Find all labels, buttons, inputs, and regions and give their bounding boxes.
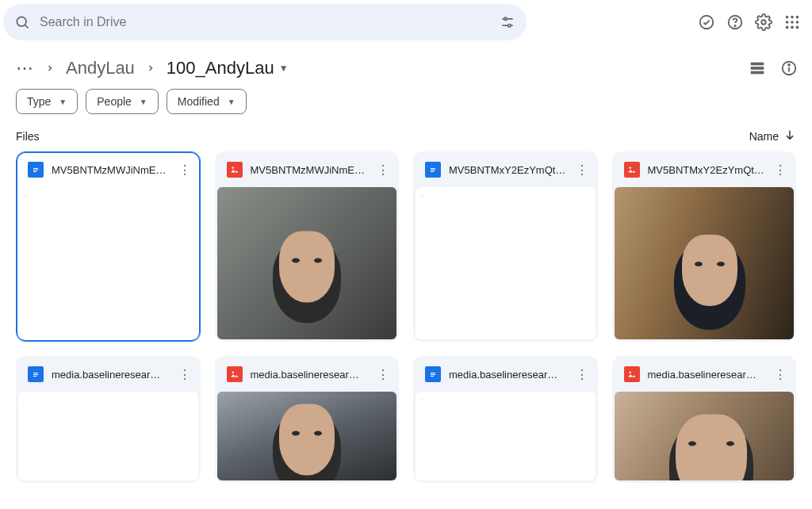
svg-point-16	[786, 26, 789, 29]
breadcrumb-parent[interactable]: AndyLau	[66, 58, 135, 78]
search-options-icon[interactable]	[500, 14, 515, 30]
svg-point-33	[629, 167, 630, 169]
svg-rect-40	[431, 376, 434, 377]
chevron-right-icon	[146, 63, 155, 73]
file-thumbnail: …	[416, 187, 596, 339]
svg-rect-28	[33, 171, 36, 172]
image-icon	[624, 366, 640, 382]
svg-point-41	[629, 372, 630, 373]
svg-point-18	[796, 26, 799, 29]
file-card[interactable]: MV5BNTMzMWJiNmE…⋮…	[16, 151, 201, 342]
filter-modified-label: Modified	[178, 95, 220, 108]
layout-toggle-icon[interactable]	[749, 59, 766, 77]
file-card[interactable]: media.baselineresear…⋮…	[413, 356, 598, 483]
svg-line-1	[25, 25, 29, 29]
filter-modified[interactable]: Modified ▼	[167, 89, 247, 114]
file-thumbnail: …	[18, 187, 198, 339]
file-name: MV5BNTMxY2EzYmQt…	[449, 164, 567, 176]
file-card[interactable]: media.baselineresear…⋮…	[16, 356, 201, 483]
file-thumbnail: …	[416, 392, 596, 480]
svg-rect-19	[751, 63, 764, 66]
file-card[interactable]: MV5BNTMxY2EzYmQt…⋮	[612, 151, 797, 342]
file-thumbnail	[217, 392, 397, 480]
svg-rect-30	[431, 168, 435, 169]
file-more-menu[interactable]: ⋮	[575, 163, 589, 178]
file-card[interactable]: media.baselineresear…⋮	[215, 356, 400, 483]
file-name: media.baselineresear…	[52, 369, 170, 381]
section-files-label: Files	[16, 130, 40, 143]
svg-point-12	[796, 16, 799, 19]
svg-point-5	[508, 25, 511, 27]
svg-rect-39	[431, 374, 435, 375]
file-more-menu[interactable]: ⋮	[178, 163, 192, 178]
dropdown-caret-icon: ▼	[279, 63, 289, 74]
file-more-menu[interactable]: ⋮	[575, 367, 589, 382]
info-icon[interactable]	[780, 59, 798, 77]
svg-rect-38	[431, 373, 435, 373]
svg-point-3	[504, 17, 507, 20]
dropdown-caret-icon: ▼	[228, 98, 236, 106]
breadcrumb-current-label: 100_AndyLau	[167, 58, 274, 78]
file-name: MV5BNTMzMWJiNmE…	[251, 164, 369, 176]
svg-point-9	[761, 20, 766, 25]
image-icon	[227, 366, 243, 382]
file-name: MV5BNTMzMWJiNmE…	[52, 164, 170, 176]
doc-icon	[28, 162, 44, 178]
doc-icon	[425, 162, 441, 178]
filter-type[interactable]: Type ▼	[16, 89, 78, 114]
file-card[interactable]: MV5BNTMxY2EzYmQt…⋮…	[413, 151, 598, 342]
apps-icon[interactable]	[783, 13, 801, 31]
svg-rect-21	[751, 71, 764, 75]
filter-people-label: People	[97, 95, 132, 108]
svg-rect-27	[33, 170, 38, 170]
file-more-menu[interactable]: ⋮	[376, 163, 390, 178]
offline-status-icon[interactable]	[698, 13, 715, 31]
svg-rect-26	[33, 168, 38, 169]
file-name: media.baselineresear…	[251, 369, 369, 381]
svg-point-17	[791, 26, 794, 29]
svg-rect-31	[431, 170, 435, 170]
search-icon	[14, 14, 30, 30]
file-more-menu[interactable]: ⋮	[773, 163, 787, 178]
file-more-menu[interactable]: ⋮	[376, 367, 390, 382]
image-icon	[227, 162, 243, 178]
help-icon[interactable]	[726, 13, 744, 31]
svg-point-24	[788, 64, 790, 66]
svg-rect-32	[431, 171, 434, 172]
svg-rect-35	[33, 374, 38, 375]
svg-rect-34	[33, 373, 38, 373]
doc-icon	[28, 366, 44, 382]
chevron-right-icon	[45, 63, 55, 73]
svg-point-13	[786, 21, 789, 24]
file-thumbnail	[217, 187, 397, 339]
file-name: MV5BNTMxY2EzYmQt…	[648, 164, 766, 176]
sort-label: Name	[749, 130, 779, 143]
svg-rect-20	[751, 67, 764, 70]
dropdown-caret-icon: ▼	[140, 98, 147, 106]
svg-point-29	[232, 167, 233, 169]
svg-point-6	[700, 16, 714, 29]
svg-point-11	[791, 16, 794, 19]
image-icon	[624, 162, 640, 178]
breadcrumb-overflow[interactable]: ⋯	[16, 58, 34, 78]
svg-point-8	[734, 25, 735, 26]
file-card[interactable]: media.baselineresear…⋮	[612, 356, 797, 483]
file-card[interactable]: MV5BNTMzMWJiNmE…⋮	[215, 151, 400, 342]
svg-point-0	[17, 17, 26, 26]
file-more-menu[interactable]: ⋮	[178, 367, 192, 382]
dropdown-caret-icon: ▼	[59, 98, 67, 106]
svg-point-15	[796, 21, 799, 24]
search-input[interactable]	[30, 15, 500, 29]
svg-point-10	[786, 16, 789, 19]
svg-point-14	[791, 21, 794, 24]
settings-icon[interactable]	[755, 13, 772, 31]
svg-point-37	[232, 372, 233, 373]
file-thumbnail	[615, 392, 795, 480]
file-thumbnail: …	[18, 392, 198, 480]
filter-people[interactable]: People ▼	[86, 89, 159, 114]
sort-control[interactable]: Name	[749, 128, 796, 144]
filter-type-label: Type	[27, 95, 51, 108]
file-more-menu[interactable]: ⋮	[773, 367, 787, 382]
breadcrumb-current[interactable]: 100_AndyLau ▼	[167, 58, 289, 78]
search-box[interactable]	[3, 4, 527, 40]
